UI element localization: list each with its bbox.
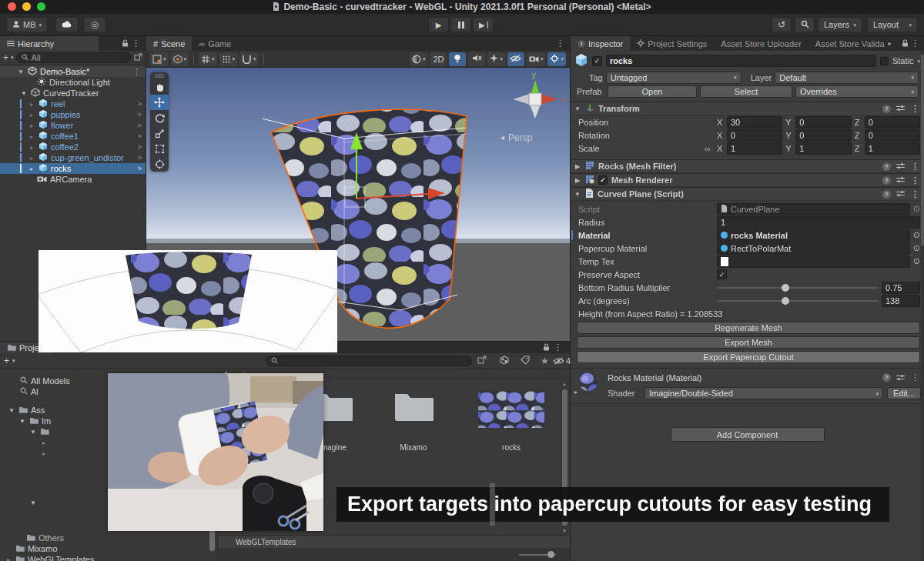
- tab-asset-store-validator[interactable]: Asset Store Valida: [808, 36, 886, 51]
- prefab-nav-icon[interactable]: >: [138, 132, 142, 140]
- foldout-icon[interactable]: ▸: [28, 122, 35, 129]
- effects-dropdown[interactable]: ▾: [487, 52, 505, 66]
- hierarchy-row-selected[interactable]: ▸ rocks >: [0, 163, 146, 174]
- hierarchy-row-prefab[interactable]: ▸ flower >: [0, 120, 146, 131]
- layers-dropdown[interactable]: Layers▾: [818, 17, 862, 32]
- pause-button[interactable]: [450, 17, 471, 32]
- foldout-icon[interactable]: ▸: [28, 133, 35, 140]
- object-name-field[interactable]: rocks: [606, 55, 876, 67]
- hierarchy-search-input[interactable]: All: [16, 52, 132, 63]
- projection-label[interactable]: Persp: [508, 132, 533, 143]
- preset-icon[interactable]: [896, 189, 906, 199]
- position-z-field[interactable]: 0: [865, 116, 920, 129]
- shading-mode-dropdown[interactable]: ▾: [410, 52, 428, 66]
- foldout-icon[interactable]: ▼: [17, 68, 25, 75]
- rotation-y-field[interactable]: 0: [795, 129, 851, 142]
- chevron-down-icon[interactable]: ▾: [12, 358, 15, 363]
- prefab-nav-icon[interactable]: >: [138, 122, 142, 129]
- arc-degrees-slider[interactable]: [717, 295, 879, 307]
- rotate-tool-button[interactable]: [150, 110, 169, 125]
- link-icon[interactable]: ∞: [705, 144, 714, 153]
- project-menu-icon[interactable]: ⋮: [554, 342, 562, 352]
- component-menu-icon[interactable]: ⋮: [911, 104, 919, 114]
- rect-tool-button[interactable]: [150, 141, 169, 156]
- foldout-icon[interactable]: ▶: [574, 163, 581, 170]
- create-plus-icon[interactable]: +: [4, 356, 9, 366]
- hierarchy-row-scene[interactable]: ▼ Demo-Basic* ⋮: [0, 66, 146, 77]
- help-icon[interactable]: ?: [882, 105, 891, 113]
- object-picker-icon[interactable]: ⊙: [913, 204, 920, 214]
- hierarchy-row[interactable]: ARCamera: [0, 174, 146, 185]
- arc-degrees-field[interactable]: 138: [882, 295, 920, 307]
- layer-dropdown[interactable]: Default▾: [775, 72, 919, 84]
- 2d-toggle-button[interactable]: 2D: [430, 52, 447, 66]
- scroll-up-icon[interactable]: ▲: [562, 382, 567, 386]
- object-picker-icon[interactable]: ⊙: [913, 243, 920, 253]
- prefab-overrides-dropdown[interactable]: Overrides▾: [795, 85, 919, 98]
- mesh-filter-header[interactable]: ▶ Rocks (Mesh Filter) ?⋮: [571, 159, 924, 173]
- component-menu-icon[interactable]: ⋮: [911, 372, 919, 382]
- cloud-button[interactable]: [55, 17, 79, 32]
- camera-settings-dropdown[interactable]: ▾: [527, 52, 546, 66]
- rotation-x-field[interactable]: 0: [727, 129, 782, 142]
- temp-tex-field[interactable]: [717, 255, 910, 268]
- asset-folder-mixamo[interactable]: [393, 389, 434, 423]
- scale-z-field[interactable]: 1: [865, 142, 920, 155]
- tab-hierarchy[interactable]: Hierarchy: [0, 36, 99, 51]
- transform-tool-button[interactable]: [150, 156, 169, 172]
- position-y-field[interactable]: 0: [795, 116, 851, 129]
- foldout-icon[interactable]: ▸: [40, 439, 48, 446]
- bottom-radius-field[interactable]: 0.75: [882, 282, 920, 294]
- component-menu-icon[interactable]: ⋮: [911, 175, 919, 185]
- play-button[interactable]: ▶: [428, 17, 449, 32]
- regenerate-mesh-button[interactable]: Regenerate Mesh: [577, 322, 920, 334]
- hierarchy-row-prefab[interactable]: ▸ coffee1 >: [0, 131, 146, 142]
- prefab-open-button[interactable]: Open: [608, 85, 697, 98]
- grid-visibility-dropdown[interactable]: ▾: [199, 52, 217, 66]
- snap-increment-dropdown[interactable]: ▾: [219, 52, 238, 66]
- foldout-icon[interactable]: ▼: [574, 105, 581, 112]
- hidden-count-toggle[interactable]: 4: [553, 356, 571, 366]
- asset-label[interactable]: rocks: [477, 443, 546, 452]
- foldout-icon[interactable]: ▸: [28, 155, 35, 162]
- export-mesh-button[interactable]: Export Mesh: [577, 336, 920, 349]
- tree-row-others[interactable]: Others: [0, 533, 217, 543]
- project-search-input[interactable]: [266, 356, 472, 366]
- scale-tool-button[interactable]: [150, 125, 169, 141]
- foldout-icon[interactable]: ▶: [574, 177, 581, 184]
- help-icon[interactable]: ?: [882, 190, 891, 199]
- lighting-toggle-button[interactable]: [449, 52, 466, 66]
- help-icon[interactable]: ?: [882, 162, 891, 171]
- preset-icon[interactable]: [896, 104, 906, 113]
- tree-row-mixamo[interactable]: Mixamo: [0, 543, 217, 554]
- foldout-icon[interactable]: ▸: [28, 144, 35, 151]
- label-filter-icon[interactable]: [521, 356, 530, 366]
- tool-handle-rotation-dropdown[interactable]: ▾: [171, 52, 189, 66]
- overlay-drag-handle[interactable]: [150, 72, 169, 79]
- package-filter-icon[interactable]: [499, 356, 510, 366]
- scale-x-field[interactable]: 1: [727, 142, 782, 155]
- tree-row-webgl[interactable]: ▸ WebGLTemplates: [0, 554, 217, 561]
- tab-asset-store-uploader[interactable]: Asset Store Uploader: [714, 36, 808, 51]
- preset-icon[interactable]: [896, 175, 906, 185]
- scroll-down-icon[interactable]: ▼: [562, 529, 567, 533]
- foldout-icon[interactable]: ▼: [18, 418, 26, 425]
- tool-handle-position-dropdown[interactable]: ▾: [150, 52, 169, 66]
- popout-icon[interactable]: [134, 53, 142, 62]
- script-field[interactable]: CurvedPlane: [717, 203, 910, 215]
- undo-history-button[interactable]: ↺: [772, 17, 792, 32]
- foldout-icon[interactable]: ▸: [28, 112, 35, 119]
- curved-plane-header[interactable]: ▼ Curved Plane (Script) ?⋮: [571, 187, 924, 201]
- scale-y-field[interactable]: 1: [795, 142, 851, 155]
- preserve-aspect-checkbox[interactable]: ✓: [717, 269, 727, 279]
- prefab-nav-icon[interactable]: >: [138, 100, 142, 108]
- hierarchy-row-prefab[interactable]: ▸ cup-green_undistor >: [0, 152, 146, 163]
- shader-dropdown[interactable]: Imagine/Double-Sided▾: [644, 387, 883, 399]
- preset-icon[interactable]: [896, 162, 906, 171]
- hand-tool-button[interactable]: [150, 79, 169, 95]
- help-icon[interactable]: ?: [882, 373, 891, 382]
- hierarchy-row[interactable]: ▼ CurvedTracker: [0, 88, 146, 99]
- inspector-scrollbar[interactable]: [921, 51, 924, 561]
- prefab-nav-icon[interactable]: >: [138, 143, 142, 151]
- tab-project-settings[interactable]: Project Settings: [630, 36, 714, 51]
